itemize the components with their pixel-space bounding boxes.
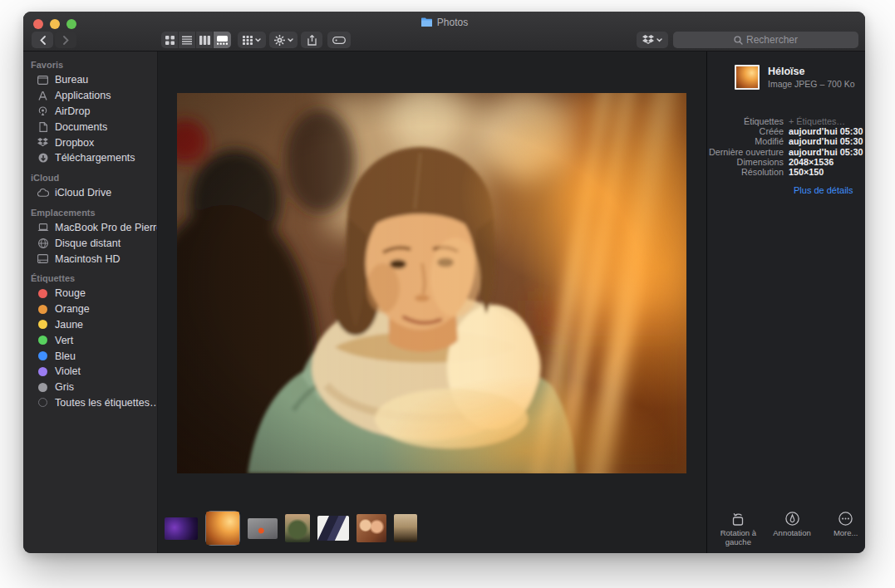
icon-view-button[interactable] (161, 32, 179, 48)
share-button[interactable] (301, 32, 322, 48)
chevron-down-icon (255, 38, 261, 42)
list-view-icon (182, 36, 192, 45)
sidebar-item-airdrop[interactable]: AirDrop (23, 104, 157, 120)
tag-green-icon (38, 336, 47, 345)
chevron-down-icon (288, 38, 293, 42)
search-input[interactable]: Rechercher (673, 32, 858, 48)
sidebar-item-documents[interactable]: Documents (23, 119, 157, 135)
gallery-view-button[interactable] (214, 32, 231, 48)
gallery-view (158, 51, 706, 553)
sidebar-item-applications[interactable]: Applications (23, 88, 157, 104)
meta-label: Modifié (707, 136, 789, 146)
file-kind-size: Image JPEG – 700 Ko (768, 79, 854, 89)
thumbnail-friends[interactable] (357, 514, 386, 542)
rotate-left-button[interactable]: Rotation à gauche (719, 511, 758, 546)
sidebar-item-label: Rouge (55, 287, 86, 299)
dropbox-icon (37, 138, 49, 148)
window-title-label: Photos (437, 17, 468, 28)
meta-row-modified: Modifié aujourd’hui 05:30 (707, 136, 860, 146)
sidebar-item-disque-distant[interactable]: Disque distant (23, 235, 157, 251)
sidebar-item-tag-orange[interactable]: Orange (23, 301, 157, 317)
sidebar-item-macintosh-hd[interactable]: Macintosh HD (23, 251, 157, 267)
airdrop-icon (37, 106, 49, 116)
share-icon (307, 35, 317, 46)
sidebar-item-macbook[interactable]: MacBook Pro de Pierre (23, 220, 157, 236)
meta-label: Résolution (707, 167, 789, 177)
sidebar-item-label: MacBook Pro de Pierre (55, 222, 158, 233)
sidebar-item-bureau[interactable]: Bureau (23, 72, 157, 88)
more-button[interactable]: More... (826, 511, 865, 546)
thumbnail-selected-frame (205, 511, 240, 546)
meta-value: aujourd’hui 05:30 (789, 136, 863, 146)
sidebar-item-label: Toutes les étiquettes… (55, 397, 158, 409)
document-icon (37, 122, 49, 132)
tag-orange-icon (38, 305, 47, 314)
chevron-left-icon (40, 36, 46, 45)
rotate-left-icon (730, 511, 745, 526)
group-button[interactable] (238, 32, 266, 48)
sidebar-section-icloud: iCloud (23, 166, 157, 185)
globe-icon (37, 238, 49, 248)
sidebar-item-label: AirDrop (55, 105, 90, 117)
laptop-icon (37, 223, 49, 232)
meta-value: aujourd’hui 05:30 (789, 147, 863, 157)
quick-actions: Rotation à gauche Annotation More... (719, 511, 865, 546)
more-details-link[interactable]: Plus de détails (794, 185, 860, 195)
chevron-down-icon (656, 38, 662, 42)
search-icon (734, 36, 743, 45)
icon-view-icon (165, 36, 175, 45)
photo-preview[interactable] (177, 93, 686, 473)
meta-value: 2048×1536 (789, 157, 834, 167)
sidebar-item-all-tags[interactable]: Toutes les étiquettes… (23, 395, 157, 411)
column-view-button[interactable] (196, 32, 214, 48)
more-icon (838, 511, 853, 526)
photo-girl-portrait (177, 93, 686, 473)
thumbnail-concert[interactable] (165, 517, 198, 540)
preview-panel: Héloïse Image JPEG – 700 Ko Étiquettes +… (706, 51, 865, 553)
applications-icon (37, 91, 49, 100)
list-view-button[interactable] (179, 32, 196, 48)
sidebar: Favoris Bureau Applications AirDrop Docu… (23, 51, 158, 553)
thumbnail-eiffel-tower[interactable] (394, 514, 417, 542)
action-label: Annotation (773, 528, 810, 537)
sidebar-item-label: Gris (55, 381, 74, 393)
sidebar-item-tag-vert[interactable]: Vert (23, 332, 157, 348)
dropbox-icon (642, 35, 654, 46)
back-button[interactable] (32, 32, 53, 48)
thumbnail-statue[interactable] (285, 514, 310, 542)
action-menu-button[interactable] (269, 32, 298, 48)
window-content: Favoris Bureau Applications AirDrop Docu… (23, 51, 865, 553)
sidebar-item-tag-gris[interactable]: Gris (23, 380, 157, 395)
sidebar-item-dropbox[interactable]: Dropbox (23, 135, 157, 150)
meta-label: Dimensions (707, 157, 789, 167)
forward-button[interactable] (55, 32, 76, 48)
harddrive-icon (37, 254, 49, 263)
sidebar-section-emplacements: Emplacements (23, 201, 157, 220)
filmstrip (165, 509, 417, 547)
sidebar-item-tag-violet[interactable]: Violet (23, 364, 157, 380)
sidebar-item-tag-bleu[interactable]: Bleu (23, 348, 157, 364)
finder-window: Photos (23, 12, 865, 553)
window-title: Photos (23, 16, 865, 29)
sidebar-section-favoris: Favoris (23, 58, 157, 72)
sidebar-item-tag-jaune[interactable]: Jaune (23, 317, 157, 333)
thumbnail-hiker[interactable] (248, 518, 278, 539)
file-name: Héloïse (768, 66, 854, 77)
meta-label: Étiquettes (707, 116, 789, 126)
thumbnail-tablets[interactable] (317, 516, 349, 541)
meta-value: + Étiquettes… (789, 116, 845, 126)
annotation-button[interactable]: Annotation (773, 511, 812, 546)
sidebar-item-telechargements[interactable]: Téléchargements (23, 150, 157, 166)
sidebar-section-etiquettes: Étiquettes (23, 267, 157, 286)
dropbox-menu-button[interactable] (637, 32, 668, 48)
gallery-view-icon (217, 36, 228, 45)
tag-yellow-icon (38, 320, 47, 329)
tag-blue-icon (38, 351, 47, 360)
column-view-icon (199, 36, 210, 45)
meta-row-tags[interactable]: Étiquettes + Étiquettes… (707, 116, 860, 126)
tags-button[interactable] (327, 32, 351, 48)
sidebar-item-tag-rouge[interactable]: Rouge (23, 286, 157, 301)
meta-label: Dernière ouverture (707, 147, 789, 157)
thumbnail-girl-portrait[interactable] (206, 512, 239, 545)
sidebar-item-icloud-drive[interactable]: iCloud Drive (23, 185, 157, 201)
